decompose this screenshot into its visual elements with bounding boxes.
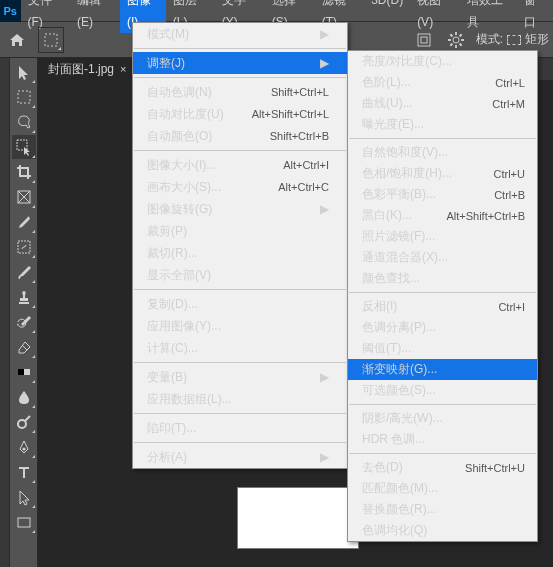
lasso-tool-icon — [16, 114, 32, 131]
menu-item-shortcut: Ctrl+B — [494, 189, 525, 201]
lasso-tool[interactable] — [12, 110, 36, 134]
heal-tool[interactable] — [12, 235, 36, 259]
menu-item[interactable]: 阴影/高光(W)... — [348, 408, 537, 429]
home-icon — [9, 33, 25, 47]
menu-item[interactable]: 调整(J)▶ — [133, 52, 347, 74]
history-brush-tool-icon — [16, 314, 32, 331]
eraser-tool[interactable] — [12, 335, 36, 359]
eyedropper-tool-icon — [16, 214, 32, 231]
document-tab[interactable]: 封面图-1.jpg × — [38, 58, 136, 80]
menu-item[interactable]: 画布大小(S)...Alt+Ctrl+C — [133, 176, 347, 198]
menu-item[interactable]: HDR 色调... — [348, 429, 537, 450]
menu-item[interactable]: 自动颜色(O)Shift+Ctrl+B — [133, 125, 347, 147]
menu-item[interactable]: 自然饱和度(V)... — [348, 142, 537, 163]
menu-item-label: 去色(D) — [362, 459, 465, 476]
menu-separator — [349, 292, 536, 293]
svg-point-23 — [22, 447, 25, 450]
close-icon[interactable]: × — [120, 58, 126, 80]
menu-item-label: 反相(I) — [362, 298, 498, 315]
toolbar — [10, 58, 38, 567]
dodge-tool[interactable] — [12, 410, 36, 434]
menubar-item[interactable]: 窗口 — [517, 0, 553, 33]
stamp-tool[interactable] — [12, 285, 36, 309]
move-tool[interactable] — [12, 60, 36, 84]
document-canvas[interactable] — [238, 488, 358, 548]
eyedropper-tool[interactable] — [12, 210, 36, 234]
menu-item[interactable]: 去色(D)Shift+Ctrl+U — [348, 457, 537, 478]
menu-item[interactable]: 应用图像(Y)... — [133, 315, 347, 337]
blur-tool[interactable] — [12, 385, 36, 409]
object-select-tool-icon — [16, 139, 32, 156]
menu-item[interactable]: 计算(C)... — [133, 337, 347, 359]
menu-item[interactable]: 亮度/对比度(C)... — [348, 51, 537, 72]
submenu-arrow-icon: ▶ — [319, 370, 329, 384]
menubar-item[interactable]: 3D(D) — [364, 0, 410, 33]
menu-item[interactable]: 复制(D)... — [133, 293, 347, 315]
menubar-item[interactable]: 增效工具 — [460, 0, 517, 33]
menu-item-shortcut: Ctrl+L — [495, 77, 525, 89]
svg-rect-0 — [45, 34, 57, 46]
menu-item[interactable]: 通道混合器(X)... — [348, 247, 537, 268]
svg-line-8 — [450, 34, 452, 36]
menu-item[interactable]: 色阶(L)...Ctrl+L — [348, 72, 537, 93]
menu-item-label: 应用数据组(L)... — [147, 391, 329, 408]
menu-item[interactable]: 自动对比度(U)Alt+Shift+Ctrl+L — [133, 103, 347, 125]
menu-item-label: 通道混合器(X)... — [362, 249, 525, 266]
menu-item-label: 分析(A) — [147, 449, 319, 466]
artboard-button[interactable] — [412, 28, 436, 52]
menu-item[interactable]: 色调均化(Q) — [348, 520, 537, 541]
menu-item-label: 曝光度(E)... — [362, 116, 525, 133]
history-brush-tool[interactable] — [12, 310, 36, 334]
menu-item[interactable]: 模式(M)▶ — [133, 23, 347, 45]
marquee-tool[interactable] — [12, 85, 36, 109]
menu-item[interactable]: 色彩平衡(B)...Ctrl+B — [348, 184, 537, 205]
eraser-tool-icon — [16, 339, 32, 356]
pen-tool[interactable] — [12, 435, 36, 459]
tool-preset-picker[interactable] — [38, 27, 64, 53]
menu-separator — [134, 442, 346, 443]
menu-item[interactable]: 曝光度(E)... — [348, 114, 537, 135]
menubar-item[interactable]: 编辑(E) — [70, 0, 120, 33]
mode-control[interactable]: 模式: 矩形 — [476, 31, 549, 48]
menu-item-label: 应用图像(Y)... — [147, 318, 329, 335]
menu-separator — [134, 413, 346, 414]
menu-item[interactable]: 裁切(R)... — [133, 242, 347, 264]
marquee-tool-icon — [16, 89, 32, 106]
menu-item[interactable]: 可选颜色(S)... — [348, 380, 537, 401]
menu-item[interactable]: 曲线(U)...Ctrl+M — [348, 93, 537, 114]
menu-item[interactable]: 图像旋转(G)▶ — [133, 198, 347, 220]
brush-tool-icon — [16, 264, 32, 281]
menu-item[interactable]: 图像大小(I)...Alt+Ctrl+I — [133, 154, 347, 176]
rectangle-tool[interactable] — [12, 510, 36, 534]
home-button[interactable] — [4, 27, 30, 53]
mode-label: 模式: — [476, 31, 503, 48]
menu-item[interactable]: 颜色查找... — [348, 268, 537, 289]
menu-item[interactable]: 黑白(K)...Alt+Shift+Ctrl+B — [348, 205, 537, 226]
object-select-tool[interactable] — [12, 135, 36, 159]
gradient-tool[interactable] — [12, 360, 36, 384]
menu-item[interactable]: 色调分离(P)... — [348, 317, 537, 338]
menu-item[interactable]: 自动色调(N)Shift+Ctrl+L — [133, 81, 347, 103]
menu-item[interactable]: 匹配颜色(M)... — [348, 478, 537, 499]
move-tool-icon — [16, 64, 32, 81]
menu-item[interactable]: 分析(A)▶ — [133, 446, 347, 468]
menu-item[interactable]: 反相(I)Ctrl+I — [348, 296, 537, 317]
menu-item-label: 自动对比度(U) — [147, 106, 252, 123]
menu-item[interactable]: 色相/饱和度(H)...Ctrl+U — [348, 163, 537, 184]
menu-item[interactable]: 阈值(T)... — [348, 338, 537, 359]
type-tool[interactable] — [12, 460, 36, 484]
menu-item-label: 图像旋转(G) — [147, 201, 319, 218]
menu-item[interactable]: 照片滤镜(F)... — [348, 226, 537, 247]
brush-tool[interactable] — [12, 260, 36, 284]
frame-tool[interactable] — [12, 185, 36, 209]
svg-rect-12 — [18, 91, 30, 103]
marquee-icon — [44, 33, 58, 47]
path-select-tool[interactable] — [12, 485, 36, 509]
crop-tool[interactable] — [12, 160, 36, 184]
heal-tool-icon — [16, 239, 32, 256]
menu-separator — [134, 48, 346, 49]
svg-rect-24 — [18, 518, 30, 527]
menu-item[interactable]: 渐变映射(G)... — [348, 359, 537, 380]
settings-button[interactable] — [444, 28, 468, 52]
menu-item[interactable]: 替换颜色(R)... — [348, 499, 537, 520]
